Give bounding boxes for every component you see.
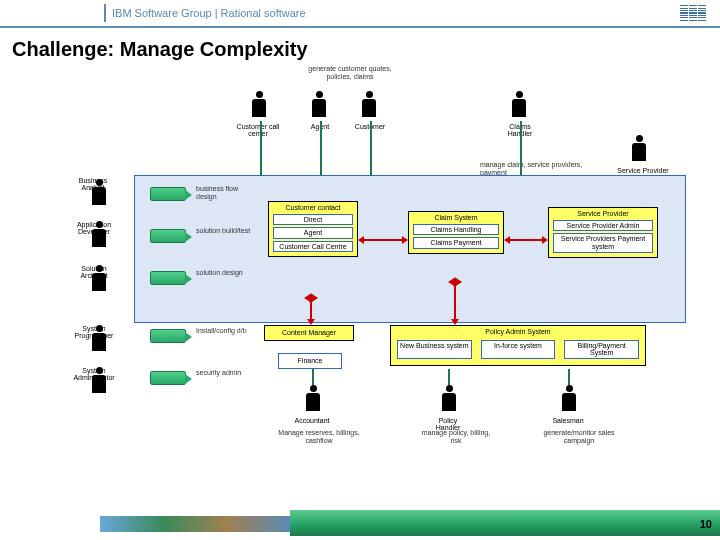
role: Customer call center [236, 123, 280, 138]
link-arrow [364, 239, 402, 241]
subbox: Direct [273, 214, 353, 226]
role: Business Analyst [72, 177, 114, 192]
subbox: Service Providers Payment system [553, 233, 653, 252]
subbox: Agent [273, 227, 353, 239]
lbl: solution build/test [196, 227, 252, 235]
diagram: generate customer quotes, policies, clai… [0, 61, 720, 501]
arrow-button [150, 187, 186, 201]
box-title: Customer contact [270, 204, 356, 212]
footer: 10 [0, 510, 720, 536]
page-title: Challenge: Manage Complexity [12, 38, 720, 61]
arrow-button [150, 271, 186, 285]
box-title: Policy Admin System [392, 328, 644, 336]
box-policy-admin: Policy Admin System New Business system … [390, 325, 646, 366]
subbox: Billing/Payment System [564, 340, 639, 359]
arrow-button [150, 371, 186, 385]
subbox: Claims Handling [413, 224, 499, 236]
subbox: Customer Call Centre [273, 241, 353, 252]
page-number: 10 [700, 518, 712, 530]
link-arrow [510, 239, 542, 241]
role: Application Developer [72, 221, 116, 236]
subbox: Service Provider Admin [553, 220, 653, 232]
header-brand: IBM Software Group | Rational software [112, 7, 306, 19]
role: System Programmer [72, 325, 116, 340]
arrow-button [150, 329, 186, 343]
subbox: In-force system [481, 340, 556, 359]
role: Salesman [546, 417, 590, 424]
arrow-button [150, 229, 186, 243]
role: Accountant [290, 417, 334, 424]
box-content-manager: Content Manager [264, 325, 354, 341]
role: System Administrator [72, 367, 116, 382]
box-finance: Finance [278, 353, 342, 369]
note: manage policy, billing, risk [416, 429, 496, 444]
note: Manage reserves, billings, cashflow [276, 429, 362, 444]
box-claim-system: Claim System Claims Handling Claims Paym… [408, 211, 504, 254]
box-title: Claim System [410, 214, 502, 222]
lbl: security admin [196, 369, 252, 377]
note-top: generate customer quotes, policies, clai… [300, 65, 400, 80]
subbox: Claims Payment [413, 237, 499, 249]
lbl: business flow design [196, 185, 252, 200]
ibm-logo-icon [680, 4, 706, 22]
lbl: Install/config d/b [196, 327, 256, 335]
role: Solution Architect [72, 265, 116, 280]
box-title: Service Provider [550, 210, 656, 218]
lbl: solution design [196, 269, 252, 277]
subbox: New Business system [397, 340, 472, 359]
box-customer-contact: Customer contact Direct Agent Customer C… [268, 201, 358, 257]
note: generate/monitor sales campaign [534, 429, 624, 444]
box-service-provider: Service Provider Service Provider Admin … [548, 207, 658, 258]
